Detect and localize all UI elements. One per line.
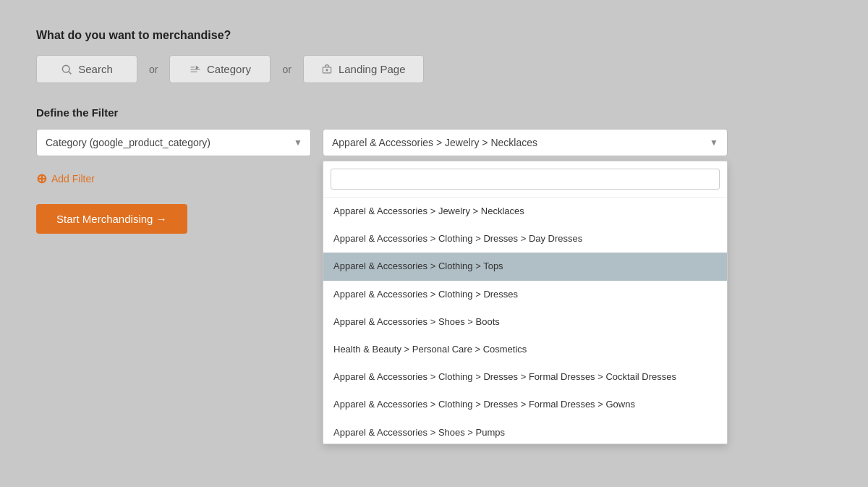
filter-type-select-wrapper: Category (google_product_category) ▼ (36, 129, 311, 156)
filter-section-title: Define the Filter (36, 106, 832, 119)
dropdown-item[interactable]: Apparel & Accessories > Shoes > Pumps (323, 419, 727, 444)
svg-line-1 (69, 71, 72, 74)
landing-page-button[interactable]: Landing Page (303, 55, 424, 83)
landing-page-button-label: Landing Page (339, 63, 406, 75)
category-button[interactable]: Category (169, 55, 271, 83)
add-filter-button[interactable]: ⊕ Add Filter (36, 171, 95, 187)
dropdown-item[interactable]: Apparel & Accessories > Clothing > Tops (323, 253, 727, 280)
search-button-label: Search (78, 63, 113, 75)
dropdown-selected-display[interactable]: Apparel & Accessories > Jewelry > Neckla… (323, 129, 728, 156)
add-filter-label: Add Filter (51, 173, 95, 185)
or-label-1: or (149, 64, 158, 75)
category-button-label: Category (207, 63, 251, 75)
dropdown-arrow-icon: ▼ (710, 137, 718, 148)
dropdown-item[interactable]: Health & Beauty > Personal Care > Cosmet… (323, 336, 727, 363)
start-merchandising-label: Start Merchandising → (56, 213, 167, 225)
dropdown-item[interactable]: Apparel & Accessories > Clothing > Dress… (323, 225, 727, 253)
filter-row: Category (google_product_category) ▼ App… (36, 129, 832, 156)
add-filter-icon: ⊕ (36, 171, 47, 187)
category-icon (190, 64, 201, 75)
svg-point-3 (326, 69, 328, 71)
page-question: What do you want to merchandise? (36, 29, 832, 42)
dropdown-list: Apparel & Accessories > Jewelry > Neckla… (323, 198, 727, 444)
dropdown-panel: Apparel & Accessories > Jewelry > Neckla… (323, 161, 728, 444)
start-merchandising-button[interactable]: Start Merchandising → (36, 204, 187, 234)
dropdown-search-area (323, 161, 727, 198)
dropdown-item[interactable]: Apparel & Accessories > Shoes > Boots (323, 308, 727, 336)
dropdown-item[interactable]: Apparel & Accessories > Clothing > Dress… (323, 391, 727, 418)
dropdown-selected-text: Apparel & Accessories > Jewelry > Neckla… (332, 137, 537, 148)
merchandise-type-buttons: Search or Category or Landing Page (36, 55, 832, 83)
or-label-2: or (282, 64, 291, 75)
search-button[interactable]: Search (36, 55, 137, 83)
dropdown-item[interactable]: Apparel & Accessories > Clothing > Dress… (323, 281, 727, 308)
search-icon (61, 64, 72, 75)
dropdown-search-input[interactable] (331, 169, 720, 190)
svg-point-0 (63, 65, 70, 72)
dropdown-item[interactable]: Apparel & Accessories > Clothing > Dress… (323, 363, 727, 391)
category-dropdown-container: Apparel & Accessories > Jewelry > Neckla… (323, 129, 728, 156)
filter-type-select[interactable]: Category (google_product_category) (36, 129, 311, 156)
dropdown-item[interactable]: Apparel & Accessories > Jewelry > Neckla… (323, 198, 727, 225)
landing-page-icon (321, 64, 333, 75)
